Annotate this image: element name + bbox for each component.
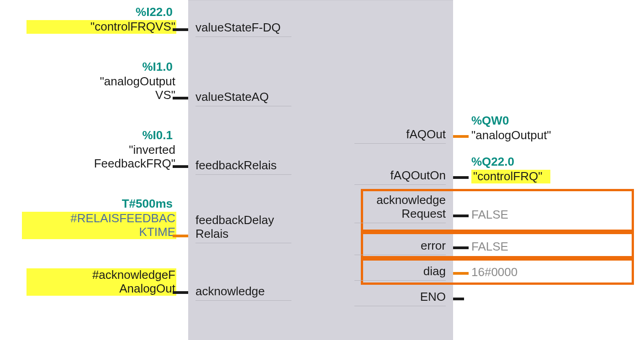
block-output-param: acknowledge (345, 194, 446, 207)
param-underline (195, 243, 291, 243)
output-value: FALSE (471, 240, 508, 254)
block-output-param: ENO (345, 290, 446, 304)
param-underline (195, 106, 291, 106)
param-underline (195, 37, 291, 37)
block-input-param: acknowledge (195, 285, 265, 298)
input-wire (173, 97, 188, 99)
param-underline (354, 184, 446, 185)
block-input-param: feedbackDelay (195, 214, 274, 227)
output-tag: "analogOutput" (471, 129, 551, 142)
block-output-param: fAQOut (345, 128, 446, 141)
block-input-param: Relais (195, 227, 228, 241)
block-output-param: diag (345, 265, 446, 278)
input-tag: #RELAISFEEDBAC (22, 212, 176, 225)
input-address: %I0.1 (68, 129, 173, 142)
block-output-param: fAQOutOn (345, 169, 446, 183)
diagram-stage: { "block": { "x": 412, "y": 0, "w": 580,… (0, 0, 644, 340)
input-tag: "inverted (68, 143, 176, 157)
param-underline (195, 300, 291, 301)
output-wire (453, 214, 469, 217)
input-tag: FeedbackFRQ" (68, 157, 176, 171)
output-tag: "controlFRQ" (471, 170, 550, 183)
block-input-param: feedbackRelais (195, 159, 277, 173)
input-wire (173, 291, 188, 294)
input-wire (173, 28, 188, 31)
block-input-param: valueStateF-DQ (195, 21, 280, 35)
output-wire (453, 176, 469, 179)
block-output-param: error (345, 239, 446, 253)
output-value: FALSE (471, 208, 508, 222)
block-input-param: valueStateAQ (195, 90, 269, 104)
input-tag: "controlFRQVS" (26, 20, 176, 34)
output-wire (453, 272, 469, 275)
output-wire (453, 298, 464, 300)
block-output-param: Request (345, 207, 446, 221)
input-wire (173, 235, 188, 237)
output-address: %Q22.0 (471, 155, 514, 169)
output-wire (453, 135, 469, 138)
output-address: %QW0 (471, 114, 509, 128)
input-tag: "analogOutput (72, 75, 176, 89)
param-underline (195, 174, 291, 175)
input-tag: KTIME (22, 225, 176, 239)
input-tag: AnalogOut (26, 282, 176, 296)
param-underline (354, 255, 446, 255)
input-address: T#500ms (22, 197, 173, 211)
input-tag: #acknowledgeF (26, 268, 176, 282)
input-tag: VS" (72, 89, 176, 102)
output-value: 16#0000 (471, 266, 517, 279)
input-address: %I1.0 (72, 60, 173, 74)
param-underline (354, 306, 446, 306)
param-underline (354, 143, 446, 144)
input-address: %I22.0 (26, 5, 173, 19)
param-underline (354, 223, 446, 223)
param-underline (354, 280, 446, 281)
output-wire (453, 246, 469, 249)
input-wire (173, 165, 188, 168)
